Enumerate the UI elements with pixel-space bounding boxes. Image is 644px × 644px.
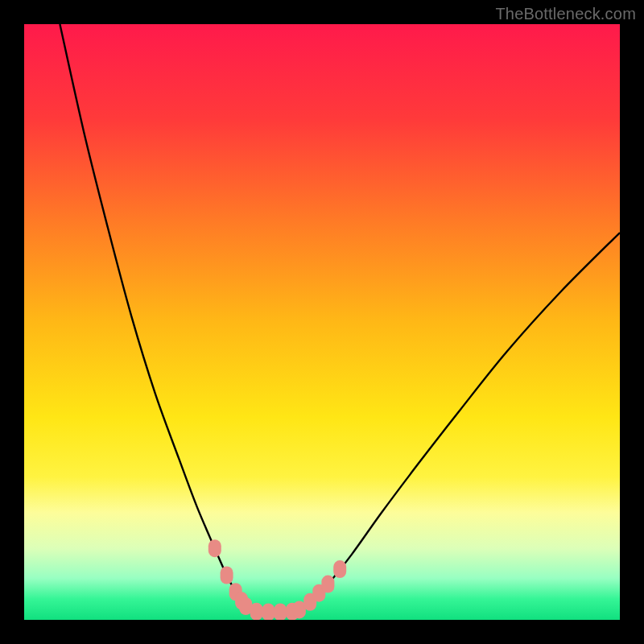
plot-area — [24, 24, 620, 620]
curve-marker — [262, 603, 275, 620]
curve-marker — [250, 603, 263, 620]
curve-marker — [208, 539, 221, 557]
gradient-background — [24, 24, 620, 620]
curve-marker — [221, 567, 233, 584]
curve-marker — [274, 603, 287, 620]
chart-frame: TheBottleneck.com — [0, 0, 644, 644]
curve-marker — [321, 576, 334, 593]
bottleneck-curve-chart — [24, 24, 620, 620]
watermark-text: TheBottleneck.com — [495, 5, 636, 23]
curve-marker — [333, 560, 346, 578]
